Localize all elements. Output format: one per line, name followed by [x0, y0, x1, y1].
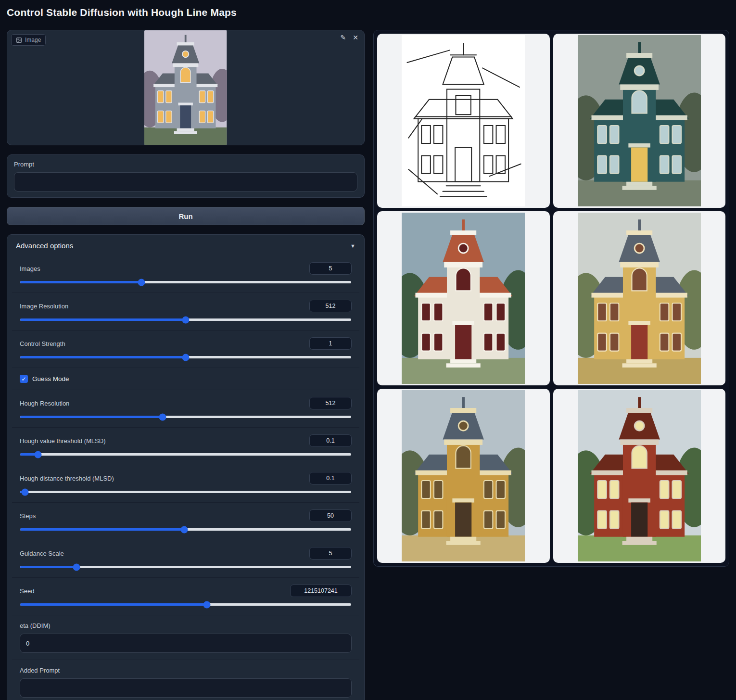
slider-track-hough-value-threshold-mlsd[interactable] — [20, 453, 351, 456]
slider-handle-hough-distance-threshold-mlsd[interactable] — [21, 488, 28, 496]
slider-value-seed[interactable]: 1215107241 — [290, 585, 352, 597]
slider-value-guidance-scale[interactable]: 5 — [309, 547, 352, 560]
slider-handle-steps[interactable] — [180, 526, 188, 533]
slider-handle-image-resolution[interactable] — [182, 316, 190, 323]
control-guidance-scale: Guidance Scale5 — [12, 540, 359, 577]
control-guess-mode: ✓Guess Mode — [12, 368, 359, 390]
slider-track-control-strength[interactable] — [20, 356, 351, 358]
slider-handle-control-strength[interactable] — [182, 354, 190, 361]
slider-label-steps: Steps — [20, 512, 36, 520]
advanced-options-label: Advanced options — [16, 242, 73, 250]
image-input-label-chip: Image — [11, 34, 46, 46]
gallery-item-2[interactable] — [553, 34, 726, 208]
slider-value-steps[interactable]: 50 — [309, 509, 352, 522]
image-toolbar: ✎ ✕ — [341, 34, 358, 41]
control-hough-distance-threshold-mlsd: Hough distance threshold (MLSD)0.1 — [12, 465, 359, 502]
slider-handle-hough-value-threshold-mlsd[interactable] — [35, 451, 42, 458]
victorian-house-photo — [144, 30, 227, 145]
gallery-item-1[interactable] — [377, 34, 550, 208]
slider-value-hough-distance-threshold-mlsd[interactable]: 0.1 — [309, 472, 352, 484]
slider-handle-hough-resolution[interactable] — [159, 413, 166, 420]
generated-house-tan — [578, 213, 701, 384]
slider-fill-control-strength — [20, 356, 186, 358]
edit-icon[interactable]: ✎ — [341, 34, 346, 41]
slider-value-hough-value-threshold-mlsd[interactable]: 0.1 — [309, 434, 352, 447]
slider-track-seed[interactable] — [20, 603, 351, 606]
generated-house-red — [578, 390, 701, 561]
slider-label-hough-resolution: Hough Resolution — [20, 400, 69, 407]
gallery-item-6[interactable] — [553, 389, 726, 563]
generated-house-gold — [402, 390, 525, 561]
run-button[interactable]: Run — [7, 207, 365, 225]
image-icon — [16, 37, 22, 43]
slider-fill-seed — [20, 603, 207, 606]
prompt-field: Prompt — [7, 154, 365, 198]
slider-track-hough-resolution[interactable] — [20, 416, 351, 418]
slider-fill-images — [20, 281, 141, 283]
slider-label-guidance-scale: Guidance Scale — [20, 550, 64, 557]
input-image[interactable] — [7, 30, 364, 145]
prompt-input[interactable] — [14, 172, 357, 191]
slider-track-steps[interactable] — [20, 528, 351, 531]
slider-label-control-strength: Control Strength — [20, 340, 65, 347]
slider-label-hough-distance-threshold-mlsd: Hough distance threshold (MLSD) — [20, 475, 114, 482]
advanced-controls: Images5Image Resolution512Control Streng… — [12, 255, 359, 700]
generated-house-teal — [578, 35, 701, 206]
slider-value-images[interactable]: 5 — [309, 262, 352, 275]
eta-ddim-label: eta (DDIM) — [20, 622, 352, 629]
added-prompt-label: Added Prompt — [20, 667, 352, 674]
control-control-strength: Control Strength1 — [12, 330, 359, 368]
page-title: Control Stable Diffusion with Hough Line… — [7, 7, 237, 18]
control-added-prompt: Added Prompt — [12, 660, 359, 700]
slider-value-image-resolution[interactable]: 512 — [309, 300, 352, 312]
slider-label-hough-value-threshold-mlsd: Hough value threshold (MLSD) — [20, 437, 105, 445]
image-input-label: Image — [25, 37, 41, 43]
eta-ddim-input[interactable]: 0 — [20, 634, 352, 653]
slider-label-seed: Seed — [20, 587, 34, 595]
close-icon[interactable]: ✕ — [353, 34, 358, 41]
gallery-item-4[interactable] — [553, 211, 726, 385]
slider-fill-hough-resolution — [20, 416, 163, 418]
image-input[interactable]: Image ✎ ✕ — [7, 30, 365, 145]
gallery-item-5[interactable] — [377, 389, 550, 563]
slider-track-guidance-scale[interactable] — [20, 566, 351, 568]
control-steps: Steps50 — [12, 502, 359, 540]
added-prompt-input[interactable] — [20, 678, 352, 698]
app: { "title": "Control Stable Diffusion wit… — [0, 0, 736, 700]
control-seed: Seed1215107241 — [12, 577, 359, 615]
slider-fill-image-resolution — [20, 318, 186, 321]
control-hough-resolution: Hough Resolution512 — [12, 390, 359, 427]
advanced-options-panel: Advanced options ▼ Images5Image Resoluti… — [7, 234, 365, 700]
slider-value-hough-resolution[interactable]: 512 — [309, 397, 352, 409]
slider-track-hough-distance-threshold-mlsd[interactable] — [20, 491, 351, 493]
slider-handle-images[interactable] — [138, 279, 145, 286]
advanced-options-header[interactable]: Advanced options ▼ — [12, 242, 359, 255]
slider-fill-guidance-scale — [20, 566, 76, 568]
control-image-resolution: Image Resolution512 — [12, 293, 359, 330]
slider-value-control-strength[interactable]: 1 — [309, 337, 352, 350]
slider-label-image-resolution: Image Resolution — [20, 303, 68, 310]
guess-mode-label: Guess Mode — [32, 375, 69, 382]
guess-mode-checkbox[interactable]: ✓ — [20, 375, 28, 383]
control-images: Images5 — [12, 255, 359, 293]
gallery-item-3[interactable] — [377, 211, 550, 385]
hough-line-map — [402, 35, 525, 206]
chevron-down-icon: ▼ — [350, 243, 355, 249]
slider-fill-steps — [20, 528, 184, 531]
control-hough-value-threshold-mlsd: Hough value threshold (MLSD)0.1 — [12, 427, 359, 465]
control-column: Image ✎ ✕ Prompt Run Advanced options ▼ … — [7, 30, 365, 700]
generated-house-white — [402, 213, 525, 384]
results-gallery — [373, 30, 729, 567]
slider-track-image-resolution[interactable] — [20, 318, 351, 321]
prompt-label: Prompt — [14, 161, 357, 168]
control-eta-ddim: eta (DDIM)0 — [12, 615, 359, 660]
slider-handle-guidance-scale[interactable] — [73, 563, 80, 571]
slider-label-images: Images — [20, 265, 40, 272]
slider-track-images[interactable] — [20, 281, 351, 283]
slider-handle-seed[interactable] — [203, 601, 211, 608]
